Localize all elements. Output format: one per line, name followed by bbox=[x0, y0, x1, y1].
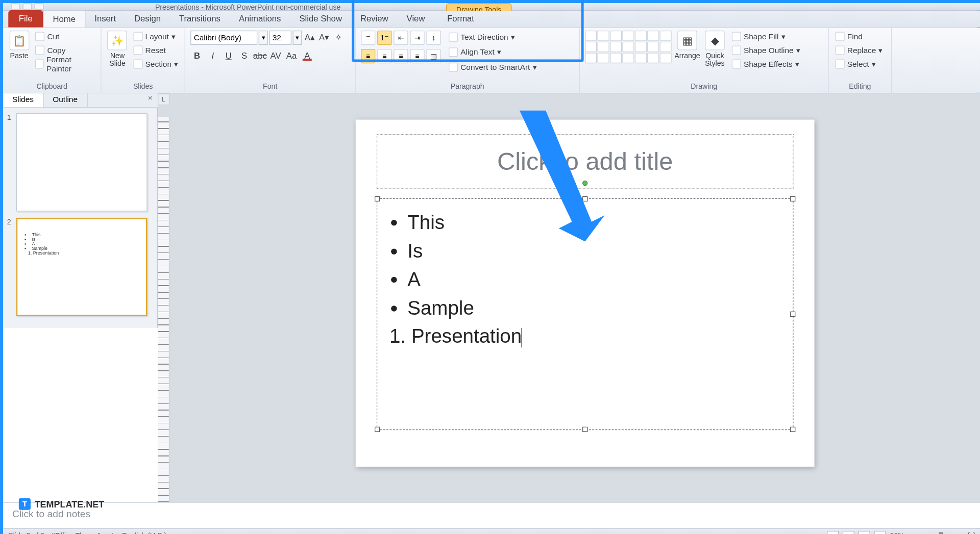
font-color-button[interactable]: A bbox=[301, 49, 314, 62]
zoom-level[interactable]: 66% bbox=[890, 531, 904, 534]
tab-review[interactable]: Review bbox=[351, 10, 398, 27]
close-pane-button[interactable]: × bbox=[142, 93, 158, 107]
slideshow-view-button[interactable] bbox=[874, 530, 886, 534]
zoom-out-button[interactable]: − bbox=[908, 531, 912, 534]
group-label-clipboard: Clipboard bbox=[8, 82, 95, 91]
status-slide-count: Slide 2 of 2 bbox=[8, 531, 44, 534]
section-button[interactable]: Section▾ bbox=[132, 58, 179, 70]
chevron-down-icon: ▾ bbox=[795, 59, 799, 68]
cut-button[interactable]: Cut bbox=[34, 31, 95, 42]
tab-slides-pane[interactable]: Slides bbox=[3, 93, 43, 107]
qat-save-icon[interactable] bbox=[11, 3, 20, 10]
shape-outline-button[interactable]: Shape Outline▾ bbox=[730, 44, 801, 56]
font-name-input[interactable] bbox=[190, 31, 257, 45]
watermark-logo-icon: T bbox=[19, 498, 31, 510]
fit-to-window-button[interactable]: ⛶ bbox=[968, 531, 975, 534]
shadow-button[interactable]: S bbox=[238, 49, 251, 62]
grow-font-button[interactable]: A▴ bbox=[303, 31, 316, 44]
align-left-button[interactable]: ≡ bbox=[361, 49, 375, 63]
align-right-button[interactable]: ≡ bbox=[394, 49, 408, 63]
italic-button[interactable]: I bbox=[206, 49, 219, 62]
tab-outline-pane[interactable]: Outline bbox=[43, 93, 87, 107]
numbering-button[interactable]: 1≡ bbox=[377, 31, 391, 45]
qat-undo-icon[interactable] bbox=[23, 3, 32, 10]
tab-view[interactable]: View bbox=[398, 10, 434, 27]
status-language[interactable]: English (U.S.) bbox=[122, 531, 166, 534]
resize-handle-ne[interactable] bbox=[790, 196, 795, 201]
reading-view-button[interactable] bbox=[859, 530, 870, 534]
sorter-view-button[interactable] bbox=[843, 530, 854, 534]
new-slide-button[interactable]: ✨ New Slide bbox=[107, 31, 128, 67]
bullet-item[interactable]: Is bbox=[407, 237, 777, 265]
strikethrough-button[interactable]: abc bbox=[253, 49, 266, 62]
tab-design[interactable]: Design bbox=[125, 10, 170, 27]
layout-button[interactable]: Layout▾ bbox=[132, 31, 179, 42]
paste-button[interactable]: 📋 Paste bbox=[8, 31, 30, 59]
text-direction-button[interactable]: Text Direction▾ bbox=[449, 31, 536, 44]
tab-home[interactable]: Home bbox=[43, 10, 85, 27]
columns-button[interactable]: ▥ bbox=[426, 49, 440, 63]
replace-button[interactable]: Replace▾ bbox=[834, 44, 884, 56]
resize-handle-sw[interactable] bbox=[375, 427, 380, 432]
font-size-chevron-icon[interactable]: ▾ bbox=[293, 31, 302, 45]
quick-styles-button[interactable]: ◆ Quick Styles bbox=[703, 31, 726, 67]
shape-fill-button[interactable]: Shape Fill▾ bbox=[730, 31, 801, 42]
shrink-font-button[interactable]: A▾ bbox=[317, 31, 331, 44]
zoom-in-button[interactable]: + bbox=[960, 531, 964, 534]
bullet-item[interactable]: Sample bbox=[407, 293, 777, 322]
reset-button[interactable]: Reset bbox=[132, 44, 179, 56]
content-placeholder[interactable]: This Is A Sample Presentation bbox=[377, 198, 794, 430]
align-text-button[interactable]: Align Text▾ bbox=[449, 45, 536, 59]
convert-smartart-button[interactable]: Convert to SmartArt▾ bbox=[449, 61, 536, 74]
numbered-item[interactable]: Presentation bbox=[411, 322, 777, 350]
underline-button[interactable]: U bbox=[222, 49, 235, 62]
find-button[interactable]: Find bbox=[834, 31, 864, 42]
qat-redo-icon[interactable] bbox=[35, 3, 44, 10]
tab-file[interactable]: File bbox=[8, 10, 43, 27]
format-painter-button[interactable]: Format Painter bbox=[34, 58, 95, 70]
resize-handle-e[interactable] bbox=[790, 312, 795, 317]
slide-thumbnail-1[interactable] bbox=[16, 113, 148, 212]
resize-handle-s[interactable] bbox=[582, 427, 587, 432]
tab-animations[interactable]: Animations bbox=[230, 10, 290, 27]
resize-handle-se[interactable] bbox=[790, 427, 795, 432]
select-button[interactable]: Select▾ bbox=[834, 58, 877, 70]
align-center-button[interactable]: ≡ bbox=[377, 49, 391, 63]
status-spellcheck-icon[interactable]: ✓ bbox=[108, 531, 114, 534]
font-name-chevron-icon[interactable]: ▾ bbox=[259, 31, 268, 45]
justify-button[interactable]: ≡ bbox=[410, 49, 424, 63]
tab-insert[interactable]: Insert bbox=[85, 10, 125, 27]
paste-icon: 📋 bbox=[9, 31, 29, 50]
notes-area[interactable]: Click to add notes bbox=[3, 502, 980, 528]
bullet-item[interactable]: This bbox=[407, 208, 777, 237]
tab-slideshow[interactable]: Slide Show bbox=[290, 10, 351, 27]
clear-formatting-button[interactable]: ✧ bbox=[332, 31, 346, 44]
ribbon-tabs: File Home Insert Design Transitions Anim… bbox=[3, 11, 980, 28]
shapes-gallery[interactable] bbox=[585, 31, 671, 63]
tab-format[interactable]: Format bbox=[438, 10, 483, 27]
bullet-item[interactable]: A bbox=[407, 265, 777, 294]
normal-view-button[interactable] bbox=[827, 530, 839, 534]
rotation-handle[interactable] bbox=[582, 181, 587, 186]
thumbnails-pane[interactable]: 1 2 This Is A Sample 1. Presentation bbox=[3, 108, 158, 327]
quick-styles-icon: ◆ bbox=[705, 31, 725, 50]
char-spacing-button[interactable]: AV bbox=[269, 49, 282, 62]
slide-canvas[interactable]: Click to add title This bbox=[356, 120, 815, 467]
change-case-button[interactable]: Aa bbox=[285, 49, 298, 62]
group-editing: Find Replace▾ Select▾ Editing bbox=[829, 28, 892, 93]
arrange-button[interactable]: ▦ Arrange bbox=[675, 31, 699, 59]
vertical-ruler[interactable] bbox=[158, 117, 169, 502]
increase-indent-button[interactable]: ⇥ bbox=[410, 31, 424, 45]
tab-transitions[interactable]: Transitions bbox=[170, 10, 230, 27]
replace-icon bbox=[836, 45, 845, 55]
line-spacing-button[interactable]: ↕ bbox=[426, 31, 440, 45]
font-size-input[interactable] bbox=[269, 31, 291, 45]
shape-effects-button[interactable]: Shape Effects▾ bbox=[730, 58, 801, 70]
bold-button[interactable]: B bbox=[190, 49, 204, 62]
bullets-button[interactable]: ≡ bbox=[361, 31, 375, 45]
resize-handle-nw[interactable] bbox=[375, 196, 380, 201]
slide-thumbnail-2[interactable]: This Is A Sample 1. Presentation bbox=[16, 218, 148, 316]
resize-handle-n[interactable] bbox=[582, 196, 587, 201]
decrease-indent-button[interactable]: ⇤ bbox=[394, 31, 408, 45]
group-drawing: ▦ Arrange ◆ Quick Styles Shape Fill▾ Sha… bbox=[580, 28, 829, 93]
